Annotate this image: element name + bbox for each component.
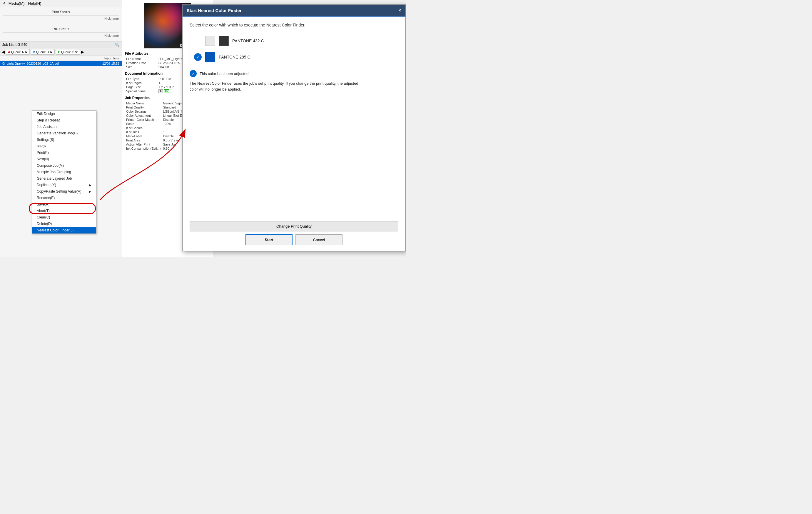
menu-item-generate-variation[interactable]: Generate Variation Job(H) xyxy=(32,130,96,137)
chevron-right-icon-2: ▶ xyxy=(89,190,91,193)
job-row[interactable]: G_Light Gravity_20230126_v03_JA.pdf 12/0… xyxy=(0,61,122,66)
check-placeholder-432 xyxy=(194,37,202,45)
job-list-header: Job List LG-540 🔍 xyxy=(0,41,122,48)
adjusted-notice-text: This color has been adjusted. xyxy=(200,72,250,76)
nav-prev-icon[interactable]: ◀ xyxy=(2,50,5,54)
doc-label-special: Special Items xyxy=(125,89,157,93)
queue-a-badge: A xyxy=(8,50,10,54)
menu-item-delete[interactable]: Delete(D) xyxy=(32,221,96,227)
job-label-media: Media Name xyxy=(125,101,162,105)
attr-label-size: Size xyxy=(125,65,157,69)
chevron-right-icon: ▶ xyxy=(89,183,91,187)
doc-label-pages: # of Pages xyxy=(125,81,157,85)
job-label-color-settings: Color Settings xyxy=(125,109,162,114)
rip-status-label: RIP Status xyxy=(3,26,119,33)
start-button[interactable]: Start xyxy=(245,234,292,245)
dialog-titlebar: Start Nearest Color Finder × xyxy=(182,5,405,17)
doc-label-filetype: File Type xyxy=(125,77,157,81)
menu-item-clear[interactable]: Clear(C) xyxy=(32,214,96,221)
dialog-body: Select the color with which to execute t… xyxy=(182,17,405,251)
input-time-header: Input Time xyxy=(0,56,122,61)
nickname-label-2: Nickname xyxy=(3,33,119,39)
job-label-color-adj: Color Adjustment xyxy=(125,114,162,118)
attr-label-filename: File Name xyxy=(125,57,157,61)
menu-item-nest[interactable]: Nest(N) xyxy=(32,156,96,162)
dialog-instruction: Select the color with which to execute t… xyxy=(190,23,398,27)
job-label-copies: # of Copies xyxy=(125,126,162,130)
menu-item-compose-job[interactable]: Compose Job(M) xyxy=(32,162,96,169)
check-icon-285: ✓ xyxy=(194,53,202,61)
menu-bar: P Media(M) Help(H) xyxy=(0,0,122,7)
queue-b-label: Queue B xyxy=(36,50,49,54)
nav-next-icon[interactable]: ▶ xyxy=(81,50,84,54)
menu-item-abort[interactable]: Abort(T) xyxy=(32,208,96,214)
menu-item-settings[interactable]: Settings(S) xyxy=(32,137,96,143)
job-label-tiles: # of Tiles xyxy=(125,130,162,134)
context-menu: Edit Design Step & Repeat Job Assistant … xyxy=(32,110,96,234)
color-name-432: PANTONE 432 C xyxy=(232,38,264,43)
color-swatch-light-432 xyxy=(205,36,215,46)
job-label-ink: Ink Consumption(Esti...) xyxy=(125,146,162,150)
job-list-title: Job List LG-540 xyxy=(2,42,27,47)
cancel-button[interactable]: Cancel xyxy=(295,234,343,245)
adjusted-notice: ✓ This color has been adjusted. xyxy=(190,70,398,77)
menu-item-nearest-color[interactable]: Nearest Color Finder(J) xyxy=(32,227,96,233)
menu-item-job-assistant[interactable]: Job Assistant xyxy=(32,123,96,130)
job-label-scale: Scale xyxy=(125,122,162,126)
nearest-color-dialog: Start Nearest Color Finder × Select the … xyxy=(182,4,406,251)
queue-tab-b[interactable]: B Queue B ⚙ xyxy=(31,49,55,55)
doc-label-pagesize: Page Size xyxy=(125,85,157,89)
job-label-quality: Print Quality xyxy=(125,105,162,109)
menu-item-save[interactable]: Save(A) xyxy=(32,201,96,208)
badge-g: Gi xyxy=(164,89,169,93)
print-status-label: Print Status xyxy=(3,9,119,16)
menu-item-edit-design[interactable]: Edit Design xyxy=(32,111,96,117)
queue-a-settings-icon[interactable]: ⚙ xyxy=(25,50,28,54)
color-swatch-dark-432 xyxy=(219,36,229,46)
color-swatch-blue-285 xyxy=(205,52,215,62)
color-row-pantone432[interactable]: PANTONE 432 C xyxy=(190,33,398,49)
dialog-title: Start Nearest Color Finder xyxy=(187,8,242,13)
queue-c-badge: C xyxy=(58,50,60,54)
queue-c-label: Queue C xyxy=(61,50,74,54)
queue-b-settings-icon[interactable]: ⚙ xyxy=(50,50,53,54)
rip-status-section: RIP Status Nickname xyxy=(0,24,122,41)
badge-a: A xyxy=(158,89,163,93)
menu-help[interactable]: Help(H) xyxy=(28,1,41,6)
job-row-name: G_Light Gravity_20230126_v03_JA.pdf xyxy=(2,62,59,65)
color-row-pantone285[interactable]: ✓ PANTONE 285 C xyxy=(190,49,398,65)
input-time-label: Input Time xyxy=(105,56,119,60)
menu-item-duplicate[interactable]: Duplicate(Y)▶ xyxy=(32,182,96,188)
menu-p[interactable]: P xyxy=(2,1,5,6)
queue-tab-a[interactable]: A Queue A ⚙ xyxy=(6,49,30,55)
warning-text: The Nearest Color Finder uses the job's … xyxy=(190,81,398,92)
change-print-quality-button[interactable]: Change Print Quality xyxy=(190,221,398,231)
menu-item-rip[interactable]: RIP(R) xyxy=(32,143,96,149)
nickname-label-1: Nickname xyxy=(3,16,119,22)
queue-c-settings-icon[interactable]: ⚙ xyxy=(75,50,78,54)
dialog-close-button[interactable]: × xyxy=(398,8,401,13)
job-label-marklabel: Mark/Label xyxy=(125,134,162,138)
job-label-printarea: Print Area xyxy=(125,138,162,142)
job-label-action: Action After Print xyxy=(125,142,162,146)
search-icon[interactable]: 🔍 xyxy=(115,42,119,47)
menu-item-rename[interactable]: Rename(E) xyxy=(32,195,96,201)
bottom-buttons: Start Cancel xyxy=(190,234,398,245)
queue-tabs: ◀ A Queue A ⚙ B Queue B ⚙ C Queue C ⚙ ▶ xyxy=(0,48,122,56)
print-status-section: Print Status Nickname xyxy=(0,7,122,24)
menu-item-print[interactable]: Print(P) xyxy=(32,149,96,156)
attr-label-creation: Creation Date xyxy=(125,61,157,65)
dialog-actions: Change Print Quality Start Cancel xyxy=(190,221,398,245)
queue-tab-c[interactable]: C Queue C ⚙ xyxy=(56,49,80,55)
queue-b-badge: B xyxy=(33,50,35,54)
menu-item-multiple-job[interactable]: Multiple Job Grouping xyxy=(32,169,96,175)
job-label-color-match: Printer Color Match xyxy=(125,118,162,122)
queue-a-label: Queue A xyxy=(11,50,24,54)
left-panel: P Media(M) Help(H) Print Status Nickname… xyxy=(0,0,122,257)
color-list: PANTONE 432 C ✓ PANTONE 285 C xyxy=(190,33,398,65)
menu-item-generate-layered[interactable]: Generate Layered Job xyxy=(32,175,96,182)
menu-item-copy-paste[interactable]: Copy/Paste Setting Value(V)▶ xyxy=(32,188,96,195)
job-row-time: 12/08 15:52 xyxy=(102,62,119,65)
menu-media[interactable]: Media(M) xyxy=(8,1,25,6)
menu-item-step-repeat[interactable]: Step & Repeat xyxy=(32,117,96,123)
